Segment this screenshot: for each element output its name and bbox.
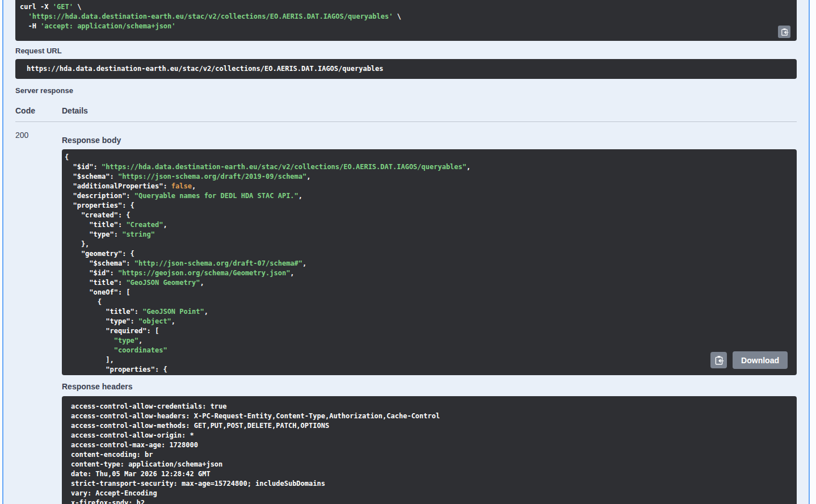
response-body-heading: Response body: [62, 136, 797, 145]
response-body-block[interactable]: { "$id": "https://hda.data.destination-e…: [62, 149, 797, 375]
curl-command-text: curl -X 'GET' \ 'https://hda.data.destin…: [20, 2, 791, 31]
responses-table-header: Code Details: [15, 107, 797, 122]
response-headers-block[interactable]: access-control-allow-credentials: true a…: [62, 396, 797, 504]
response-body-json: { "$id": "https://hda.data.destination-e…: [65, 153, 792, 375]
copy-curl-button[interactable]: [778, 26, 790, 38]
request-url-value: https://hda.data.destination-earth.eu/st…: [15, 59, 797, 79]
copy-response-button[interactable]: [710, 352, 727, 368]
copy-to-clipboard-icon: [780, 28, 789, 36]
code-column-header: Code: [15, 107, 62, 115]
status-code: 200: [15, 131, 62, 504]
details-column-header: Details: [62, 107, 797, 115]
response-headers-text: access-control-allow-credentials: true a…: [71, 402, 791, 504]
copy-to-clipboard-icon: [714, 355, 724, 366]
curl-command-block[interactable]: curl -X 'GET' \ 'https://hda.data.destin…: [15, 0, 797, 41]
swagger-get-opblock-body: curl -X 'GET' \ 'https://hda.data.destin…: [2, 0, 810, 504]
request-url-heading: Request URL: [15, 47, 797, 55]
response-body-actions: Download: [710, 351, 788, 369]
request-url-text: https://hda.data.destination-earth.eu/st…: [27, 65, 384, 73]
server-response-heading: Server response: [15, 86, 797, 95]
download-button[interactable]: Download: [733, 351, 788, 369]
response-headers-heading: Response headers: [62, 383, 797, 391]
response-row-200: 200 Response body { "$id": "https://hda.…: [15, 131, 797, 504]
